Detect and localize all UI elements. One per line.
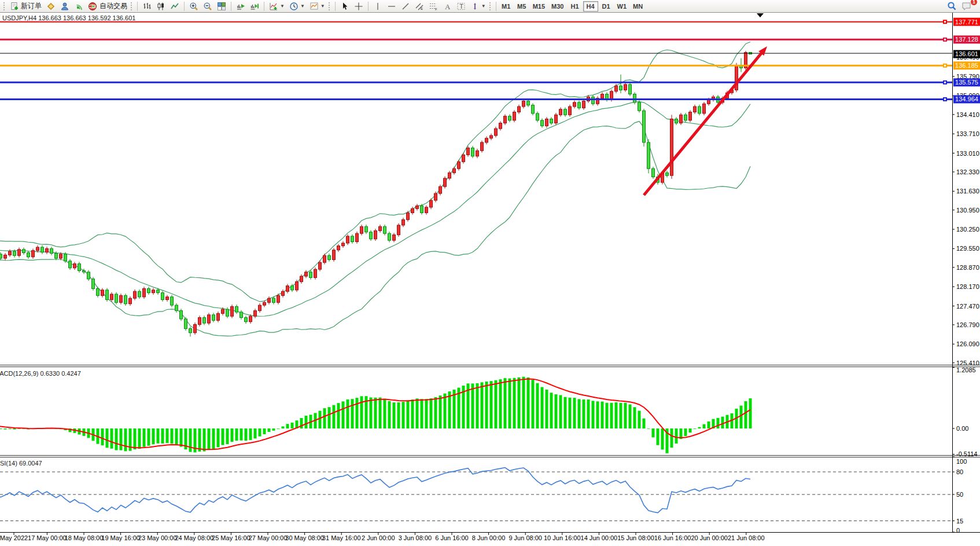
svg-text:136.185: 136.185 <box>955 62 978 69</box>
horizontal-line-icon <box>387 2 396 11</box>
fibonacci-icon: F <box>429 2 438 11</box>
new-order-button[interactable]: 新订单 <box>8 1 44 12</box>
periods-button[interactable]: ▼ <box>287 1 307 12</box>
auto-scroll-icon <box>236 2 245 11</box>
auto-scroll-button[interactable] <box>234 1 248 12</box>
text-button[interactable]: A <box>440 1 454 12</box>
tile-windows-button[interactable] <box>215 1 229 12</box>
timeframe-M30[interactable]: M30 <box>548 1 566 12</box>
notification-badge[interactable]: 1 <box>970 0 978 6</box>
svg-text:128.870: 128.870 <box>956 264 979 271</box>
signal-icon <box>74 2 83 11</box>
templates-icon <box>310 2 319 11</box>
fibonacci-button[interactable]: F <box>426 1 440 12</box>
svg-text:14 Jun 00:00: 14 Jun 00:00 <box>581 534 618 541</box>
arrows-button[interactable]: ▼ <box>468 1 488 12</box>
svg-text:0: 0 <box>956 527 960 534</box>
zoom-in-button[interactable] <box>187 1 201 12</box>
chevron-down-icon: ▼ <box>300 4 305 9</box>
svg-text:136.601: 136.601 <box>955 50 978 57</box>
toolbar-separator <box>264 2 264 11</box>
price-chart-svg[interactable]: 136.490135.790135.090134.410133.710133.0… <box>0 0 980 546</box>
text-label-button[interactable]: T <box>454 1 468 12</box>
svg-text:30 May 08:00: 30 May 08:00 <box>285 534 324 541</box>
search-button[interactable] <box>945 1 959 12</box>
toolbar-grip[interactable] <box>329 2 330 10</box>
toolbar-separator <box>137 2 138 11</box>
toolbar-separator <box>368 2 369 11</box>
svg-text:137.128: 137.128 <box>955 36 978 43</box>
svg-text:80: 80 <box>956 468 963 475</box>
svg-text:31 May 16:00: 31 May 16:00 <box>322 534 361 541</box>
channel-icon: E <box>415 2 424 11</box>
trendline-icon <box>401 2 410 11</box>
toolbar-separator <box>335 2 336 11</box>
toolbar-grip[interactable] <box>131 2 132 10</box>
chart-canvas[interactable]: USDJPY,H4 136.663 136.663 136.592 136.60… <box>0 13 980 546</box>
main-toolbar: 新订单 自动交易 <box>0 0 980 13</box>
toolbar-grip[interactable] <box>3 2 5 10</box>
svg-text:19 May 16:00: 19 May 16:00 <box>101 534 140 541</box>
candlestick-chart-button[interactable] <box>154 1 168 12</box>
svg-text:100: 100 <box>956 458 967 465</box>
templates-button[interactable]: ▼ <box>307 1 327 12</box>
indicators-button[interactable]: ▼ <box>267 1 287 12</box>
toolbar-separator <box>184 2 185 11</box>
timeframe-M1[interactable]: M1 <box>499 1 514 12</box>
crosshair-button[interactable] <box>352 1 366 12</box>
timeframe-H4[interactable]: H4 <box>583 1 598 12</box>
svg-text:25 May 16:00: 25 May 16:00 <box>212 534 250 541</box>
chevron-down-icon: ▼ <box>320 4 325 9</box>
svg-text:2 Jun 00:00: 2 Jun 00:00 <box>362 534 395 541</box>
bar-chart-button[interactable] <box>140 1 154 12</box>
autotrading-button[interactable]: 自动交易 <box>86 1 130 12</box>
navigator-button[interactable] <box>58 1 72 12</box>
svg-text:128.170: 128.170 <box>956 283 979 290</box>
chart-shift-button[interactable] <box>248 1 261 12</box>
toolbar-grip[interactable] <box>489 2 491 10</box>
svg-text:6 Jun 16:00: 6 Jun 16:00 <box>435 534 469 541</box>
timeframe-W1[interactable]: W1 <box>614 1 630 12</box>
timeframe-D1[interactable]: D1 <box>599 1 614 12</box>
svg-text:133.710: 133.710 <box>956 130 979 137</box>
chart-shift-icon <box>250 2 259 11</box>
svg-text:132.330: 132.330 <box>956 168 979 175</box>
equidistant-channel-button[interactable]: E <box>412 1 426 12</box>
cursor-arrow-icon <box>340 2 349 11</box>
timeframe-H1[interactable]: H1 <box>568 1 583 12</box>
svg-text:130.250: 130.250 <box>956 226 979 233</box>
svg-text:15: 15 <box>956 518 963 525</box>
zoom-out-button[interactable] <box>201 1 215 12</box>
svg-text:16 Jun 16:00: 16 Jun 16:00 <box>654 534 691 541</box>
horizontal-line-button[interactable] <box>385 1 399 12</box>
svg-text:T: T <box>459 3 463 10</box>
vertical-line-button[interactable] <box>371 1 385 12</box>
trendline-button[interactable] <box>399 1 412 12</box>
timeframe-M15[interactable]: M15 <box>530 1 548 12</box>
svg-text:May 2022: May 2022 <box>0 534 28 541</box>
zoom-in-icon <box>189 2 198 11</box>
svg-text:15 Jun 08:00: 15 Jun 08:00 <box>617 534 654 541</box>
new-order-icon <box>10 2 19 11</box>
macd-indicator-label: MACD(12,26,9) 0.6330 0.4247 <box>0 370 81 377</box>
svg-text:3 Jun 08:00: 3 Jun 08:00 <box>399 534 432 541</box>
chevron-down-icon: ▼ <box>280 4 285 9</box>
svg-text:125.410: 125.410 <box>956 360 979 367</box>
svg-text:134.410: 134.410 <box>956 111 979 118</box>
timeframe-MN[interactable]: MN <box>630 1 646 12</box>
timeframe-M5[interactable]: M5 <box>514 1 529 12</box>
candlestick-chart-icon <box>156 2 165 11</box>
bar-chart-icon <box>142 2 152 11</box>
search-icon <box>947 1 957 11</box>
market-watch-button[interactable] <box>44 1 58 12</box>
rsi-indicator-label: RSI(14) 69.0047 <box>0 460 42 467</box>
svg-text:20 Jun 00:00: 20 Jun 00:00 <box>691 534 728 541</box>
svg-text:131.630: 131.630 <box>956 188 979 195</box>
signals-button[interactable] <box>72 1 86 12</box>
chevron-down-icon: ▼ <box>481 4 486 9</box>
tile-windows-icon <box>217 2 226 11</box>
svg-text:21 Jun 08:00: 21 Jun 08:00 <box>728 534 765 541</box>
navigator-person-icon <box>60 2 69 11</box>
line-chart-button[interactable] <box>168 1 182 12</box>
cursor-button[interactable] <box>338 1 352 12</box>
